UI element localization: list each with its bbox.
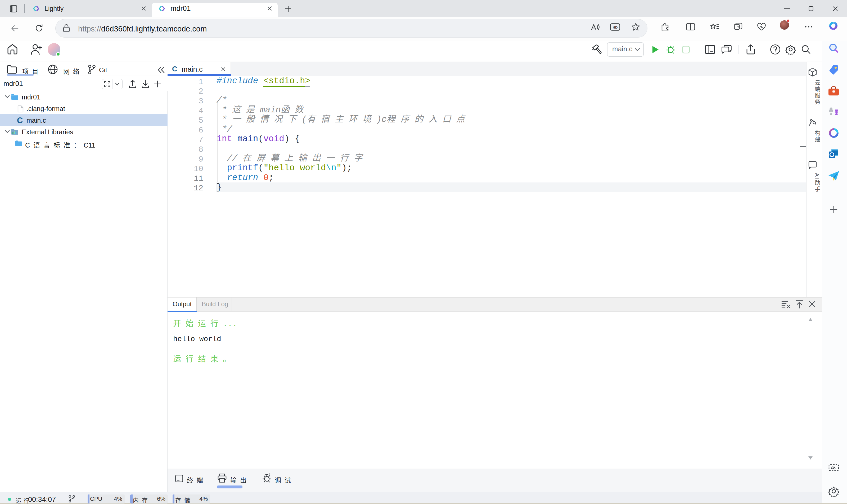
- svg-text:HD: HD: [613, 25, 618, 29]
